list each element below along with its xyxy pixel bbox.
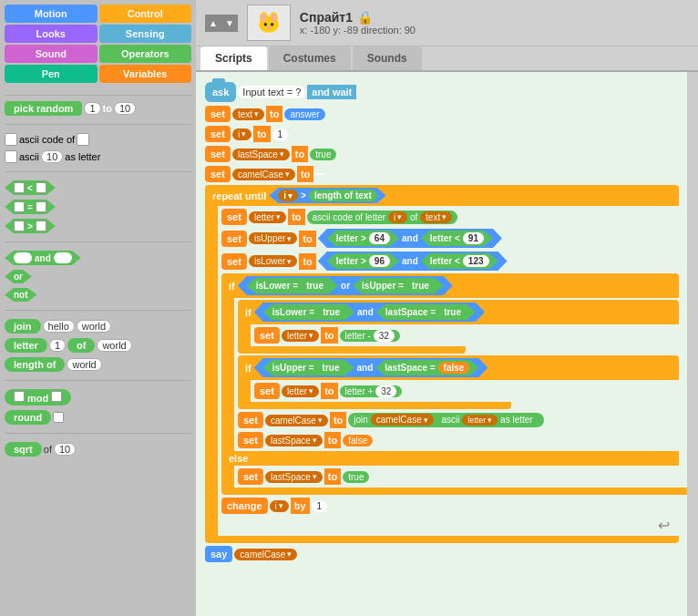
letter-num[interactable]: 1 xyxy=(49,339,66,352)
slm-to: to xyxy=(321,327,337,344)
ci-val[interactable]: 1 xyxy=(312,500,328,512)
join-word2[interactable]: world xyxy=(77,320,111,333)
slm-expr: letter - 32 xyxy=(340,330,400,342)
pick-random-from[interactable]: 1 xyxy=(84,102,100,115)
sidebar-item-pen[interactable]: Pen xyxy=(5,65,98,83)
set-letter-plus32[interactable]: set letter to letter + 32 xyxy=(254,383,679,399)
length-block[interactable]: length of world xyxy=(5,357,191,372)
slt-dd[interactable]: lastSpace xyxy=(265,471,323,483)
script-scrollbar[interactable] xyxy=(687,72,698,616)
sl-label: set xyxy=(221,209,247,225)
or-block[interactable]: or xyxy=(5,270,191,283)
letter-var-dd[interactable]: letter xyxy=(249,211,286,223)
ascii-input[interactable] xyxy=(77,133,89,146)
i-val[interactable]: 1 xyxy=(272,128,289,140)
lastspace-dropdown[interactable]: lastSpace xyxy=(232,149,290,160)
sqrt-block[interactable]: sqrt of 10 xyxy=(5,442,191,457)
tab-scripts[interactable]: Scripts xyxy=(200,46,267,70)
sqrt-num[interactable]: 10 xyxy=(54,443,76,456)
script-editor[interactable]: ask Input text = ? and wait set text to … xyxy=(196,72,698,616)
slf-dd[interactable]: lastSpace xyxy=(265,435,323,447)
letter-word[interactable]: world xyxy=(97,339,131,352)
ask-input[interactable]: Input text = ? xyxy=(238,86,305,98)
set-camelcase-block[interactable]: set camelCase to xyxy=(205,166,679,182)
nav-up[interactable]: ▲ xyxy=(205,15,221,32)
ci-dd[interactable]: i xyxy=(270,500,289,512)
camelcase-dropdown[interactable]: camelCase xyxy=(232,169,295,180)
not-block[interactable]: not xyxy=(5,288,191,302)
if-islower-ls-block[interactable]: if isLower = true and lastSpace = true xyxy=(238,300,679,354)
ascii-num[interactable]: 10 xyxy=(41,150,63,163)
sccj-dd[interactable]: camelCase xyxy=(265,415,328,426)
sl-text-dd[interactable]: text xyxy=(420,211,452,223)
sl-i-dd[interactable]: i xyxy=(388,211,407,223)
pick-random-to[interactable]: 10 xyxy=(114,102,136,115)
length-word[interactable]: world xyxy=(67,358,101,371)
sidebar-item-variables[interactable]: Variables xyxy=(99,65,192,83)
set-isupper-block[interactable]: set isUpper to letter > 64 and letter < … xyxy=(221,229,679,248)
sidebar-item-control[interactable]: Control xyxy=(99,5,192,23)
ascii-checkbox[interactable] xyxy=(5,133,17,146)
slp-dd[interactable]: letter xyxy=(282,385,319,397)
if-lower-upper-block[interactable]: if isLower = true or isUpper = true xyxy=(221,273,679,495)
su-label: set xyxy=(221,231,247,247)
set-islower-block[interactable]: set isLower to letter > 96 and letter < … xyxy=(221,252,679,271)
sidebar-item-sensing[interactable]: Sensing xyxy=(99,25,192,43)
if-inner2: set letter to letter - 32 xyxy=(238,324,679,346)
gt-block[interactable]: > xyxy=(5,219,191,233)
repeat-i-var[interactable]: i xyxy=(278,190,298,201)
ask-block[interactable]: ask Input text = ? and wait xyxy=(205,82,679,102)
set-letter-block[interactable]: set letter to ascii code of letter i of … xyxy=(221,209,679,225)
set-text-block[interactable]: set text to answer xyxy=(205,106,679,122)
set-lastspace-block[interactable]: set lastSpace to true xyxy=(205,146,679,162)
ls-false: lastSpace = false xyxy=(375,360,478,375)
letter-of-label: of xyxy=(67,338,95,353)
ask-label: ask xyxy=(205,82,236,102)
slt-to: to xyxy=(324,468,341,485)
eq-block[interactable]: = xyxy=(5,200,191,214)
set-cc-join[interactable]: set camelCase to join camelCase ascii le… xyxy=(238,412,679,428)
join-block[interactable]: join hello world xyxy=(5,319,191,334)
slm-dd[interactable]: letter xyxy=(282,330,319,342)
else-block: else xyxy=(221,451,679,466)
join-word1[interactable]: hello xyxy=(43,320,75,333)
i-var-dropdown[interactable]: i xyxy=(232,128,251,140)
round-block[interactable]: round xyxy=(5,410,191,425)
sidebar-item-operators[interactable]: Operators xyxy=(99,45,192,63)
mod-block[interactable]: mod xyxy=(5,389,191,406)
ascii-code-block[interactable]: ascii code of xyxy=(5,133,191,146)
slt-val: true xyxy=(343,471,369,483)
sl2-to: to xyxy=(299,253,315,270)
if-bottom1 xyxy=(221,488,695,495)
set-i-block[interactable]: set i to 1 xyxy=(205,126,679,142)
repeat-until-block[interactable]: repeat until i > length of text set le xyxy=(205,185,679,543)
say-block[interactable]: say camelCase xyxy=(205,546,679,562)
change-i-block[interactable]: change i by 1 xyxy=(221,498,679,514)
tab-sounds[interactable]: Sounds xyxy=(353,46,422,70)
cc-val[interactable] xyxy=(315,173,324,175)
repeat-top: repeat until i > length of text xyxy=(205,185,679,206)
ask-wait: and wait xyxy=(307,85,356,99)
if-isupper-ls-block[interactable]: if isUpper = true and lastSpace = false xyxy=(238,355,679,409)
letter-block[interactable]: letter 1 of world xyxy=(5,338,191,353)
palette-divider1 xyxy=(5,124,191,125)
ascii-letter-checkbox[interactable] xyxy=(5,150,17,163)
isupper-dd[interactable]: isUpper xyxy=(249,232,297,244)
sidebar-item-motion[interactable]: Motion xyxy=(5,5,98,23)
tab-costumes[interactable]: Costumes xyxy=(269,46,351,70)
nav-down[interactable]: ▼ xyxy=(221,15,238,32)
text-var-dropdown[interactable]: text xyxy=(232,108,264,120)
set-ls-true[interactable]: set lastSpace to true xyxy=(238,468,679,485)
ascii-letter-block[interactable]: ascii 10 as letter xyxy=(5,150,191,163)
sidebar-item-looks[interactable]: Looks xyxy=(5,25,98,43)
sidebar-item-sound[interactable]: Sound xyxy=(5,45,98,63)
set-letter-minus32[interactable]: set letter to letter - 32 xyxy=(254,327,679,344)
say-val-dd[interactable]: camelCase xyxy=(234,549,297,560)
ascii-code-label: ascii code of xyxy=(19,134,75,145)
palette-divider3 xyxy=(5,241,191,242)
pick-random-block[interactable]: pick random 1 to 10 xyxy=(5,101,191,116)
and-block[interactable]: and xyxy=(5,251,191,265)
set-ls-false[interactable]: set lastSpace to false xyxy=(238,432,679,448)
islower-dd[interactable]: isLower xyxy=(249,255,297,267)
lt-block[interactable]: < xyxy=(5,180,191,195)
